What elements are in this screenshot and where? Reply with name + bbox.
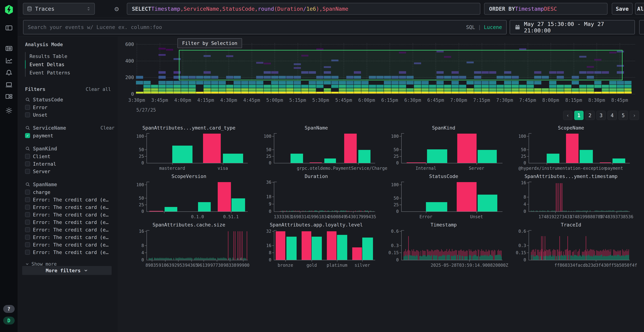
analysis-mode-event-deltas[interactable]: Event Deltas [25, 60, 111, 68]
checkbox[interactable] [25, 242, 30, 247]
filter-group-clear-link[interactable]: Clear [100, 125, 114, 130]
bar [213, 258, 214, 260]
checkbox[interactable] [25, 220, 30, 225]
mini-chart-plot: 02550100@hyperdx/instrumentation-excepti… [528, 133, 630, 163]
select-query-input[interactable]: SELECT Timestamp,ServiceName,StatusCode,… [127, 3, 480, 15]
checkbox[interactable] [25, 105, 30, 110]
pagination-prev[interactable]: ‹ [563, 111, 572, 120]
checkbox[interactable] [25, 197, 30, 202]
bar [352, 248, 362, 260]
filter-option[interactable]: Error: The credit card (end… [25, 234, 114, 241]
checkbox-checked[interactable]: ✓ [25, 133, 30, 138]
source-select[interactable]: Traces [23, 3, 95, 15]
checkbox[interactable] [25, 190, 30, 194]
help-button[interactable]: ? [3, 305, 15, 313]
pagination-page-2[interactable]: 2 [585, 111, 595, 120]
checkbox[interactable] [25, 161, 30, 166]
bar [230, 258, 231, 260]
bar [334, 211, 334, 212]
filter-by-selection-button[interactable]: Filter by Selection [178, 38, 242, 48]
search-icon[interactable] [25, 125, 30, 130]
bar [568, 255, 569, 260]
analysis-mode-event-patterns[interactable]: Event Patterns [25, 68, 111, 77]
bar [552, 256, 552, 260]
bar [307, 211, 308, 212]
search-icon[interactable] [25, 97, 30, 102]
dashboards-icon[interactable] [4, 92, 14, 102]
lucene-toggle[interactable]: Lucene [484, 24, 502, 30]
logs-icon[interactable] [4, 44, 14, 54]
query-token: , [254, 6, 258, 12]
filter-option[interactable]: Error: The credit card (end… [25, 196, 114, 204]
more-filters-button[interactable]: More filters [22, 266, 112, 275]
pagination-page-4[interactable]: 4 [608, 111, 617, 120]
date-range-picker[interactable]: May 27 15:30:00 - May 27 21:00:00 [510, 20, 635, 34]
bar [617, 211, 618, 212]
filter-option[interactable]: Error: The credit card (end… [25, 248, 114, 256]
bar [554, 211, 554, 212]
filter-option[interactable]: Error [25, 104, 114, 111]
filter-option-label: Error: The credit card (end… [33, 250, 110, 255]
avatar[interactable]: D [3, 316, 15, 324]
filter-option[interactable]: Internal [25, 160, 114, 168]
bar [294, 211, 295, 212]
filter-option[interactable]: Error: The credit card (end… [25, 226, 114, 234]
search-input[interactable] [28, 24, 466, 30]
bar [591, 256, 592, 260]
heatmap-cell [234, 92, 241, 94]
run-query-button[interactable]: ▷ [639, 20, 644, 34]
heatmap-cell [324, 81, 331, 84]
checkbox[interactable] [25, 154, 30, 159]
y-tick-label: 16 [266, 243, 271, 248]
checkbox[interactable] [25, 227, 30, 232]
filter-option[interactable]: ✓payment [25, 132, 114, 139]
filter-option[interactable]: Client [25, 152, 114, 160]
sessions-laptop-icon[interactable] [4, 80, 14, 90]
source-settings-gear-icon[interactable]: ⚙ [114, 5, 119, 13]
save-button[interactable]: Save [612, 3, 632, 15]
checkbox[interactable] [25, 250, 30, 255]
heatmap-selection-box[interactable] [179, 50, 622, 80]
search-icon[interactable] [25, 182, 30, 187]
checkbox[interactable] [25, 235, 30, 240]
app-logo[interactable] [4, 5, 14, 15]
filter-option[interactable]: Error: The credit card (end… [25, 241, 114, 248]
pagination-page-5[interactable]: 5 [618, 111, 628, 120]
order-by-input[interactable]: ORDER BY Timestamp DESC [484, 3, 608, 15]
filter-group-statuscode: StatusCodeErrorUnset [25, 96, 114, 118]
chart-icon[interactable] [4, 56, 14, 66]
y-tick [527, 246, 529, 246]
search-panel-icon[interactable] [4, 23, 14, 33]
bar [276, 231, 285, 260]
filter-option[interactable]: Error: The credit card (end… [25, 204, 114, 211]
checkbox[interactable] [25, 112, 30, 117]
pagination-page-1[interactable]: 1 [574, 111, 584, 120]
pagination-next[interactable]: › [630, 111, 639, 120]
bar [456, 250, 457, 260]
checkbox[interactable] [25, 205, 30, 210]
search-icon[interactable] [25, 146, 30, 151]
heatmap-cell [294, 81, 301, 84]
events-heatmap[interactable]: Filter by Selection [136, 43, 635, 94]
sql-toggle[interactable]: SQL [466, 24, 475, 30]
filter-option[interactable]: Error: The credit card (end… [25, 211, 114, 218]
clear-all-filters-link[interactable]: Clear all [86, 86, 111, 92]
x-axis-label: 1748199880789 [570, 214, 603, 219]
x-axis-label: 19961834 [308, 214, 329, 219]
alerts-button[interactable]: Alerts [635, 3, 644, 15]
checkbox[interactable] [25, 212, 30, 217]
pagination-page-3[interactable]: 3 [596, 111, 606, 120]
alerts-bell-icon[interactable] [4, 68, 14, 78]
settings-gear-icon[interactable] [4, 106, 14, 116]
filter-option[interactable]: Unset [25, 111, 114, 118]
filter-option[interactable]: Server [25, 168, 114, 175]
heatmap-cell [136, 92, 143, 94]
analysis-mode-results-table[interactable]: Results Table [25, 52, 111, 60]
filter-option[interactable]: charge [25, 188, 114, 196]
query-token: , [180, 6, 184, 12]
heatmap-cell [361, 81, 368, 84]
bar [199, 258, 200, 260]
toggle-divider: | [478, 24, 481, 30]
filter-option[interactable]: Error: The credit card (end… [25, 218, 114, 226]
checkbox[interactable] [25, 169, 30, 174]
